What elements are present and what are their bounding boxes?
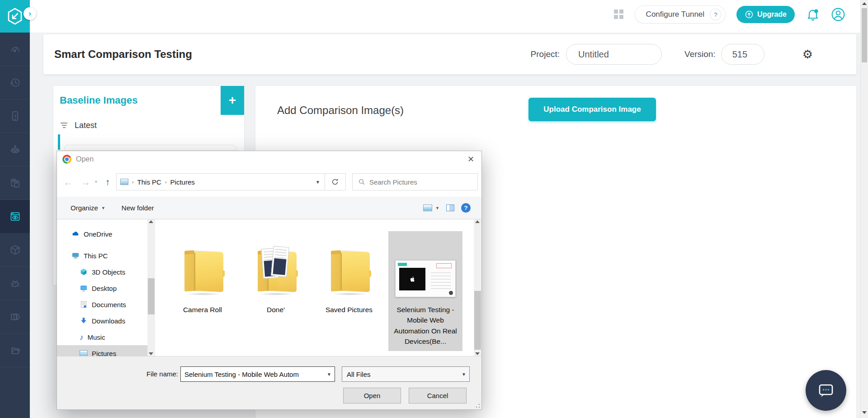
filter-icon[interactable] — [61, 123, 67, 128]
file-tile-saved-pictures[interactable]: Saved Pictures — [315, 231, 383, 315]
scrollbar-thumb[interactable] — [862, 8, 867, 62]
breadcrumb-separator-icon: › — [132, 179, 134, 185]
file-type-select[interactable]: All Files ▼ — [342, 366, 470, 382]
cancel-button[interactable]: Cancel — [409, 388, 467, 404]
organize-menu[interactable]: Organize — [71, 204, 98, 212]
version-value: 515 — [732, 49, 747, 60]
address-dropdown-chevron-icon[interactable]: ▼ — [316, 180, 320, 185]
preview-pane-icon[interactable] — [446, 204, 454, 211]
filelist-scroll-up-icon[interactable] — [475, 220, 480, 223]
refresh-button[interactable] — [325, 173, 346, 190]
upload-comparison-image-button[interactable]: Upload Comparison Image — [528, 98, 656, 121]
left-sidebar — [0, 33, 30, 418]
onedrive-cloud-icon — [71, 230, 80, 238]
clock-history-icon — [9, 76, 21, 89]
up-arrow-icon[interactable]: ↑ — [105, 177, 110, 186]
filelist-scroll-down-icon[interactable] — [475, 352, 480, 355]
apps-grid-icon[interactable] — [614, 10, 624, 19]
sidebar-item-realtime[interactable] — [0, 33, 30, 66]
open-button[interactable]: Open — [343, 388, 401, 404]
sidebar-item-visual-testing-active[interactable] — [0, 200, 30, 233]
tree-item-onedrive[interactable]: OneDrive — [57, 226, 147, 242]
file-name-dropdown-chevron-icon[interactable]: ▼ — [324, 372, 335, 377]
tree-scroll-thumb[interactable] — [148, 278, 155, 314]
filter-latest-label[interactable]: Latest — [75, 121, 97, 130]
filelist-scrollbar[interactable] — [474, 219, 481, 356]
configure-tunnel-label: Configure Tunnel — [646, 10, 704, 19]
page-title: Smart Comparison Testing — [54, 34, 192, 74]
version-label: Version: — [684, 49, 716, 59]
tree-item-pictures[interactable]: Pictures — [57, 345, 147, 356]
sidebar-item-bug-tracker[interactable] — [0, 267, 30, 300]
sidebar-item-automation[interactable] — [0, 133, 30, 166]
file-name-combo[interactable]: ▼ — [180, 366, 335, 382]
back-arrow-icon[interactable]: ← — [63, 177, 73, 187]
recent-locations-chevron-icon[interactable]: ▼ — [94, 180, 98, 184]
apple-logo-icon — [409, 275, 416, 283]
new-folder-button[interactable]: New folder — [122, 204, 154, 212]
dialog-title: Open — [76, 155, 94, 163]
picture-icon — [80, 350, 88, 356]
user-avatar-icon[interactable] — [831, 7, 845, 22]
file-tile-selenium-selected[interactable]: Selenium Testing - Mobile Web Automation… — [388, 231, 462, 351]
breadcrumb[interactable]: › This PC › Pictures ▼ — [116, 173, 325, 190]
search-box[interactable] — [352, 173, 478, 190]
refresh-icon — [331, 178, 339, 186]
dialog-close-icon[interactable]: ✕ — [467, 154, 474, 164]
tree-scrollbar[interactable] — [147, 219, 155, 356]
forward-arrow-icon[interactable]: → — [81, 177, 90, 187]
sidebar-item-history[interactable] — [0, 66, 30, 100]
tree-item-downloads[interactable]: Downloads — [57, 313, 147, 329]
tree-scroll-up-icon[interactable] — [149, 220, 153, 223]
notifications-bell-icon[interactable] — [806, 7, 820, 22]
bug-icon — [9, 277, 21, 290]
sidebar-item-device-testing[interactable] — [0, 166, 30, 200]
dialog-body: OneDrive This PC 3D Objects Desktop Docu… — [57, 219, 481, 356]
resize-grip[interactable] — [476, 404, 480, 408]
top-navigation-bar: Configure Tunnel ? Upgrade — [0, 0, 868, 33]
page-scrollbar[interactable] — [860, 0, 868, 418]
project-name-input[interactable]: Untitled — [566, 44, 662, 65]
open-file-dialog: Open ✕ ← → ▼ ↑ › This PC › Pictures ▼ Or… — [57, 151, 482, 410]
search-input[interactable] — [369, 178, 471, 186]
dialog-address-bar: ← → ▼ ↑ › This PC › Pictures ▼ — [57, 167, 481, 197]
tree-item-desktop[interactable]: Desktop — [57, 280, 147, 296]
page-header: Smart Comparison Testing Project: Untitl… — [43, 34, 856, 74]
organize-dropdown-chevron-icon: ▼ — [101, 206, 105, 210]
tunnel-help-icon[interactable]: ? — [710, 9, 722, 20]
breadcrumb-pictures[interactable]: Pictures — [170, 178, 195, 186]
tree-item-3d-objects[interactable]: 3D Objects — [57, 264, 147, 280]
chat-widget-button[interactable] — [806, 370, 846, 411]
settings-gear-icon[interactable]: ⚙ — [802, 48, 813, 60]
sidebar-item-projects[interactable] — [0, 334, 30, 367]
sidebar-collapse-button[interactable]: › — [24, 7, 36, 20]
dialog-toolbar: Organize ▼ New folder ▼ ? — [57, 197, 481, 219]
version-input[interactable]: 515 — [721, 44, 764, 65]
file-tile-camera-roll[interactable]: Camera Roll — [169, 231, 236, 315]
scrollbar-down-arrow[interactable] — [862, 411, 867, 414]
tree-scroll-down-icon[interactable] — [149, 352, 153, 355]
file-name-input[interactable] — [181, 370, 324, 378]
tree-item-music[interactable]: ♪ Music — [57, 329, 147, 345]
upgrade-label: Upgrade — [757, 10, 787, 19]
comparison-heading: Add Comparison Image(s) — [277, 92, 404, 128]
scrollbar-up-arrow[interactable] — [862, 2, 867, 5]
filelist-scroll-thumb[interactable] — [474, 291, 481, 350]
upgrade-button[interactable]: Upgrade — [736, 6, 795, 23]
file-type-dropdown-chevron-icon: ▼ — [458, 372, 469, 377]
tree-item-documents[interactable]: Documents — [57, 296, 147, 313]
add-baseline-button[interactable]: + — [221, 86, 244, 115]
sidebar-item-packages[interactable] — [0, 233, 30, 267]
view-thumbnails-icon[interactable] — [423, 204, 432, 211]
robot-icon — [9, 143, 21, 156]
configure-tunnel-button[interactable]: Configure Tunnel ? — [635, 5, 726, 24]
view-dropdown-chevron-icon[interactable]: ▼ — [435, 206, 439, 210]
help-icon[interactable]: ? — [461, 203, 471, 213]
dialog-titlebar[interactable]: Open ✕ — [57, 151, 481, 167]
tree-item-this-pc[interactable]: This PC — [57, 247, 147, 264]
breadcrumb-this-pc[interactable]: This PC — [137, 178, 161, 186]
sidebar-item-app-testing[interactable] — [0, 100, 30, 133]
sidebar-item-visual-diff[interactable] — [0, 300, 30, 334]
file-tile-done[interactable]: Done' — [242, 231, 310, 315]
computer-icon — [71, 252, 80, 260]
